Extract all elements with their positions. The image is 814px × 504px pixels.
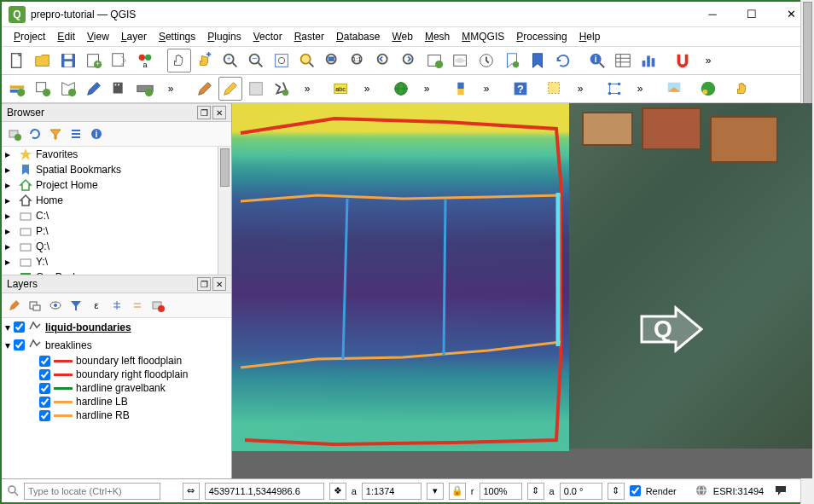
show-bookmarks-button[interactable] <box>526 49 549 72</box>
layer-visibility-checkbox[interactable] <box>39 397 50 408</box>
new-virtual-layer-button[interactable] <box>133 77 157 101</box>
properties-icon[interactable]: i <box>87 125 106 143</box>
menu-layer[interactable]: Layer <box>116 29 152 44</box>
lock-scale-button[interactable]: 🔒 <box>449 483 466 500</box>
toggle-editing-button[interactable] <box>82 77 106 101</box>
magnifier-field[interactable] <box>480 483 522 500</box>
layer-group[interactable]: ▾liquid-boundaries <box>2 318 231 336</box>
zoom-last-button[interactable] <box>372 49 396 72</box>
locator-input[interactable] <box>24 483 160 500</box>
overflow-3-button[interactable]: » <box>295 77 319 101</box>
identify-button[interactable]: i <box>585 49 609 72</box>
browser-item[interactable]: ▸GeoPackage <box>2 269 231 275</box>
overflow-7-button[interactable]: » <box>568 77 592 101</box>
layer-sublayer[interactable]: hardline LB <box>2 395 231 408</box>
help-button[interactable]: ? <box>509 77 532 101</box>
menu-database[interactable]: Database <box>331 29 385 44</box>
expression-filter-icon[interactable]: ε <box>87 296 106 315</box>
layers-undock-button[interactable]: ❐ <box>197 277 211 291</box>
menu-edit[interactable]: Edit <box>52 29 80 44</box>
scale-dropdown-button[interactable]: ▾ <box>427 483 444 500</box>
browser-item[interactable]: ▸Favorites <box>2 147 231 162</box>
browser-item[interactable]: ▸C:\ <box>2 208 231 223</box>
zoom-in-button[interactable]: + <box>218 49 242 72</box>
georeferencer-button[interactable] <box>662 77 686 101</box>
browser-undock-button[interactable]: ❐ <box>197 106 211 119</box>
remove-layer-icon[interactable] <box>148 296 167 315</box>
browser-item[interactable]: ▸Spatial Bookmarks <box>2 162 231 177</box>
new-3d-map-view-button[interactable] <box>449 49 473 72</box>
pan-to-selection-button[interactable] <box>193 49 217 72</box>
overflow-5-button[interactable]: » <box>415 77 439 101</box>
add-group-icon[interactable] <box>26 296 44 315</box>
statistics-button[interactable] <box>637 49 660 72</box>
layer-group[interactable]: ▾breaklines <box>2 336 231 354</box>
layer-visibility-checkbox[interactable] <box>14 322 25 333</box>
filter-browser-icon[interactable] <box>46 125 65 143</box>
overflow-1-button[interactable]: » <box>696 49 720 72</box>
pan-button[interactable] <box>167 49 191 72</box>
expand-arrow-icon[interactable]: ▸ <box>5 148 15 160</box>
metasearch-button[interactable] <box>389 77 413 101</box>
expand-arrow-icon[interactable]: ▸ <box>5 179 15 191</box>
rotation-field[interactable] <box>560 483 602 500</box>
layers-tree[interactable]: ▾liquid-boundaries▾breaklinesboundary le… <box>2 318 231 478</box>
expand-arrow-icon[interactable]: ▸ <box>5 240 15 252</box>
expand-arrow-icon[interactable]: ▸ <box>5 164 15 176</box>
layer-sublayer[interactable]: hardline gravelbank <box>2 381 231 395</box>
new-bookmark-button[interactable] <box>500 49 524 72</box>
map-canvas[interactable]: Q <box>232 103 812 478</box>
new-shapefile-button[interactable] <box>56 77 80 101</box>
data-source-manager-button[interactable] <box>5 77 29 101</box>
menu-project[interactable]: Project <box>9 29 50 44</box>
crs-label[interactable]: ESRI:31494 <box>713 486 764 496</box>
toggle-edit-button[interactable] <box>218 77 242 101</box>
menu-view[interactable]: View <box>82 29 114 44</box>
overflow-2-button[interactable]: » <box>159 77 183 101</box>
zoom-to-layer-button[interactable] <box>321 49 345 72</box>
expand-all-icon[interactable] <box>108 296 126 315</box>
menu-web[interactable]: Web <box>387 29 417 44</box>
filter-legend-icon[interactable] <box>67 296 85 315</box>
coord-toggle-button[interactable]: ⇔ <box>183 483 200 500</box>
layer-styling-icon[interactable] <box>5 296 24 315</box>
layout-manager-button[interactable] <box>108 49 131 72</box>
label-button[interactable]: abc <box>329 77 353 101</box>
collapse-all-icon[interactable] <box>67 125 85 143</box>
menu-mmqgis[interactable]: MMQGIS <box>456 29 509 44</box>
menu-raster[interactable]: Raster <box>289 29 329 44</box>
zoom-full-button[interactable] <box>270 49 294 72</box>
render-checkbox[interactable] <box>630 485 641 496</box>
scale-field[interactable] <box>362 483 422 500</box>
collapse-all-layers-icon[interactable] <box>128 296 147 315</box>
layers-close-button[interactable]: ✕ <box>212 277 226 291</box>
new-print-layout-button[interactable]: + <box>82 49 106 72</box>
layer-sublayer[interactable]: hardline RB <box>2 408 231 422</box>
refresh-button[interactable] <box>551 49 575 72</box>
browser-item[interactable]: ▸Home <box>2 193 231 208</box>
python-console-button[interactable] <box>449 77 473 101</box>
hand-tool-button[interactable] <box>730 77 754 101</box>
save-project-button[interactable] <box>56 49 80 72</box>
coords-field[interactable] <box>205 483 324 500</box>
layer-visibility-checkbox[interactable] <box>39 356 50 367</box>
menu-help[interactable]: Help <box>574 29 606 44</box>
basemap-button[interactable] <box>696 77 720 101</box>
browser-close-button[interactable]: ✕ <box>212 106 226 119</box>
zoom-next-button[interactable] <box>398 49 422 72</box>
layer-sublayer[interactable]: boundary left floodplain <box>2 354 231 368</box>
manage-visibility-icon[interactable] <box>46 296 65 315</box>
overflow-6-button[interactable]: » <box>474 77 498 101</box>
new-geopackage-button[interactable] <box>31 77 55 101</box>
add-feature-button[interactable] <box>270 77 294 101</box>
crs-icon[interactable] <box>695 484 708 499</box>
current-edits-button[interactable] <box>193 77 217 101</box>
save-edits-button[interactable] <box>244 77 268 101</box>
new-map-view-button[interactable] <box>423 49 447 72</box>
new-project-button[interactable] <box>5 49 29 72</box>
zoom-native-button[interactable]: 1:1 <box>346 49 370 72</box>
extents-button[interactable]: ❖ <box>329 483 346 500</box>
expand-arrow-icon[interactable]: ▾ <box>5 339 10 351</box>
menu-plugins[interactable]: Plugins <box>202 29 246 44</box>
menu-mesh[interactable]: Mesh <box>420 29 455 44</box>
